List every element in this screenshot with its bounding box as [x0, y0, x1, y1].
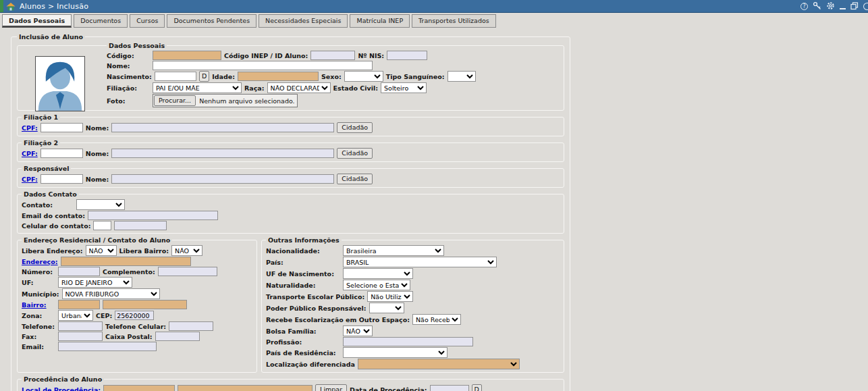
contato-label: Contato:: [22, 201, 74, 209]
uf-select[interactable]: RIO DE JANEIRO: [58, 277, 132, 288]
tab-dados-pessoais[interactable]: Dados Pessoais: [2, 14, 72, 28]
nascimento-date-button[interactable]: D: [199, 71, 209, 82]
filiacao-select[interactable]: PAI E/OU MÃE: [153, 82, 242, 93]
filiacao1-cidadao-button[interactable]: Cidadão: [337, 122, 373, 133]
endereco-link[interactable]: Endereço:: [22, 258, 58, 265]
contato-select[interactable]: [76, 199, 125, 210]
tab-cursos[interactable]: Cursos: [130, 14, 165, 28]
cep-input[interactable]: [115, 311, 154, 320]
pais-select[interactable]: BRASIL: [343, 257, 497, 267]
filiacao2-legend: Filiação 2: [22, 139, 60, 147]
celular-ddd-input[interactable]: [93, 221, 111, 230]
breadcrumb: Alunos > Inclusão: [20, 2, 88, 11]
gear-icon[interactable]: [826, 1, 835, 11]
filiacao2-cpf-link[interactable]: CPF:: [22, 150, 38, 157]
idade-label: Idade:: [212, 73, 235, 80]
tab-transportes-utilizados[interactable]: Transportes Utilizados: [412, 14, 496, 28]
codigo-input[interactable]: [153, 51, 221, 60]
bairro-link[interactable]: Bairro:: [22, 301, 55, 309]
filiacao1-nome-input[interactable]: [111, 123, 334, 132]
uf-nascimento-label: UF de Nascimento:: [266, 270, 340, 278]
responsavel-cpf-input[interactable]: [40, 174, 83, 184]
nascimento-input[interactable]: [155, 72, 196, 81]
fax-input[interactable]: [58, 332, 103, 341]
nome-input[interactable]: [153, 61, 373, 70]
cep-label: CEP:: [96, 312, 112, 319]
numero-input[interactable]: [58, 267, 100, 276]
responsavel-cidadao-button[interactable]: Cidadão: [337, 174, 373, 184]
caixa-postal-label: Caixa Postal:: [105, 333, 153, 340]
sexo-select[interactable]: [344, 71, 383, 82]
email-contato-input[interactable]: [88, 211, 218, 220]
limpar-button[interactable]: Limpar: [315, 384, 347, 391]
close-icon[interactable]: [863, 3, 868, 10]
telefone-celular-input[interactable]: [169, 321, 213, 331]
localizacao-diferenciada-select[interactable]: [358, 359, 520, 369]
pais-residencia-select[interactable]: [343, 347, 447, 358]
filiacao2-cidadao-button[interactable]: Cidadão: [337, 148, 373, 159]
nis-input[interactable]: [387, 51, 427, 60]
bairro-codigo-input[interactable]: [58, 300, 100, 309]
libera-bairro-select[interactable]: NÃO: [171, 245, 202, 256]
libera-endereco-select[interactable]: NÃO: [86, 245, 117, 256]
restore-icon[interactable]: [850, 2, 859, 11]
local-procedencia-nome-input[interactable]: [178, 385, 313, 391]
zona-select[interactable]: Urbana: [58, 310, 93, 321]
responsavel-nome-input[interactable]: [111, 174, 334, 184]
telefone-input[interactable]: [58, 321, 103, 331]
numero-label: Número:: [22, 268, 55, 276]
dados-pessoais-section: Dados Pessoais Código: Código INEP / ID …: [17, 42, 564, 111]
municipio-select[interactable]: NOVA FRIBURGO: [62, 288, 160, 299]
transporte-select[interactable]: Não Utiliza: [367, 291, 413, 302]
estado-civil-select[interactable]: Solteiro: [381, 82, 427, 93]
complemento-input[interactable]: [158, 267, 217, 276]
uf-nascimento-select[interactable]: [343, 268, 413, 279]
filiacao1-nome-label: Nome:: [86, 124, 109, 132]
nacionalidade-label: Nacionalidade:: [266, 247, 340, 255]
celular-numero-input[interactable]: [114, 221, 167, 230]
caixa-postal-input[interactable]: [155, 332, 200, 341]
bolsa-familia-select[interactable]: NÃO: [343, 325, 373, 336]
filiacao2-nome-input[interactable]: [111, 149, 334, 158]
tab-documentos[interactable]: Documentos: [74, 14, 128, 28]
libera-endereco-label: Libera Endereço:: [22, 247, 83, 255]
naturalidade-select[interactable]: Selecione o Estado: [343, 280, 410, 290]
email-input[interactable]: [58, 342, 157, 351]
tab-documentos-pendentes[interactable]: Documentos Pendentes: [167, 14, 256, 28]
tab-matricula-inep[interactable]: Matrícula INEP: [350, 14, 410, 28]
bairro-nome-input[interactable]: [103, 300, 187, 309]
data-procedencia-label: Data de Procedência:: [350, 386, 427, 391]
inclusao-de-aluno-section: Inclusão de Aluno Dados Pessoais Código:…: [11, 33, 570, 391]
tipo-sanguineo-select[interactable]: [447, 71, 476, 82]
local-procedencia-link[interactable]: Local de Procedência:: [22, 386, 101, 391]
help-icon[interactable]: ?: [801, 3, 808, 10]
filiacao2-cpf-input[interactable]: [40, 149, 83, 158]
data-procedencia-date-button[interactable]: D: [472, 384, 482, 391]
nacionalidade-select[interactable]: Brasileira: [343, 245, 444, 256]
idade-input[interactable]: [238, 72, 319, 81]
pais-label: País:: [266, 259, 340, 266]
responsavel-cpf-link[interactable]: CPF:: [22, 176, 38, 183]
key-icon[interactable]: [813, 1, 821, 11]
tipo-sanguineo-label: Tipo Sanguíneo:: [386, 73, 445, 80]
raca-select[interactable]: NÃO DECLARADA: [267, 82, 331, 93]
codigo-inep-input[interactable]: [310, 51, 355, 60]
foto-file-input[interactable]: Procurar... Nenhum arquivo selecionado.: [153, 94, 298, 107]
section-title: Inclusão de Aluno: [17, 33, 85, 41]
filiacao1-cpf-input[interactable]: [40, 123, 83, 132]
filiacao1-cpf-link[interactable]: CPF:: [22, 124, 38, 132]
local-procedencia-codigo-input[interactable]: [103, 385, 175, 391]
data-procedencia-input[interactable]: [430, 385, 469, 391]
codigo-inep-label: Código INEP / ID Aluno:: [224, 52, 308, 59]
endereco-input[interactable]: [61, 257, 191, 266]
poder-publico-select[interactable]: [369, 303, 404, 313]
estado-civil-label: Estado Civil:: [333, 84, 378, 92]
profissao-input[interactable]: [343, 337, 473, 346]
sexo-label: Sexo:: [321, 73, 342, 80]
procurar-button[interactable]: Procurar...: [154, 95, 196, 106]
procedencia-legend: Procedência do Aluno: [22, 375, 104, 383]
recebe-escolarizacao-select[interactable]: Não Recebe: [412, 314, 461, 325]
tab-necessidades-especiais[interactable]: Necessidades Especiais: [259, 14, 348, 28]
minimize-icon[interactable]: [840, 3, 846, 9]
email-contato-label: Email do contato:: [22, 212, 85, 219]
